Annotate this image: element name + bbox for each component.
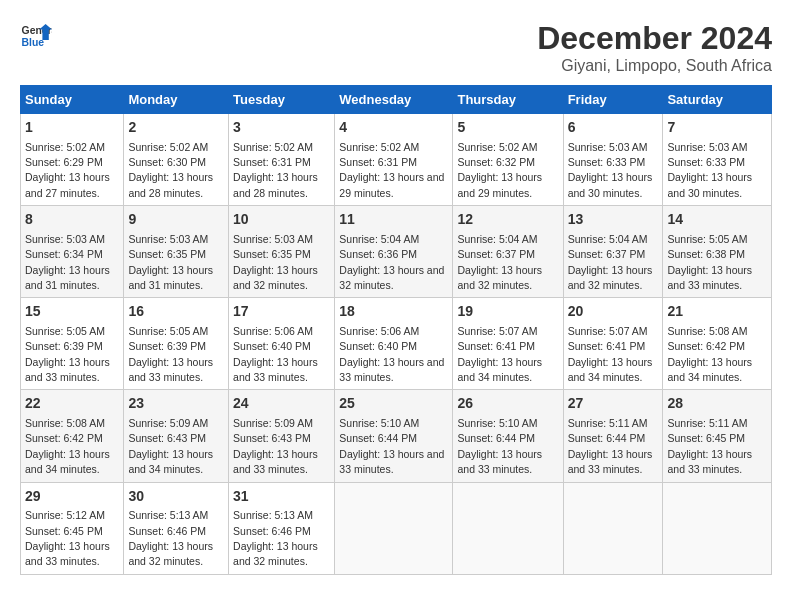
day-cell-14: 14 Sunrise: 5:05 AMSunset: 6:38 PMDaylig… <box>663 206 772 298</box>
day-info: Sunrise: 5:04 AMSunset: 6:37 PMDaylight:… <box>457 233 542 291</box>
day-number: 4 <box>339 118 448 138</box>
header-cell-wednesday: Wednesday <box>335 86 453 114</box>
day-number: 27 <box>568 394 659 414</box>
header: General Blue December 2024 Giyani, Limpo… <box>20 20 772 75</box>
day-info: Sunrise: 5:08 AMSunset: 6:42 PMDaylight:… <box>667 325 752 383</box>
day-info: Sunrise: 5:13 AMSunset: 6:46 PMDaylight:… <box>233 509 318 567</box>
day-cell-4: 4 Sunrise: 5:02 AMSunset: 6:31 PMDayligh… <box>335 114 453 206</box>
day-cell-8: 8 Sunrise: 5:03 AMSunset: 6:34 PMDayligh… <box>21 206 124 298</box>
day-info: Sunrise: 5:11 AMSunset: 6:45 PMDaylight:… <box>667 417 752 475</box>
day-info: Sunrise: 5:09 AMSunset: 6:43 PMDaylight:… <box>233 417 318 475</box>
day-cell-23: 23 Sunrise: 5:09 AMSunset: 6:43 PMDaylig… <box>124 390 229 482</box>
day-number: 19 <box>457 302 558 322</box>
day-cell-15: 15 Sunrise: 5:05 AMSunset: 6:39 PMDaylig… <box>21 298 124 390</box>
day-number: 22 <box>25 394 119 414</box>
week-row-2: 8 Sunrise: 5:03 AMSunset: 6:34 PMDayligh… <box>21 206 772 298</box>
day-cell-30: 30 Sunrise: 5:13 AMSunset: 6:46 PMDaylig… <box>124 482 229 574</box>
day-number: 7 <box>667 118 767 138</box>
day-cell-29: 29 Sunrise: 5:12 AMSunset: 6:45 PMDaylig… <box>21 482 124 574</box>
header-cell-monday: Monday <box>124 86 229 114</box>
day-cell-18: 18 Sunrise: 5:06 AMSunset: 6:40 PMDaylig… <box>335 298 453 390</box>
day-cell-10: 10 Sunrise: 5:03 AMSunset: 6:35 PMDaylig… <box>229 206 335 298</box>
day-info: Sunrise: 5:12 AMSunset: 6:45 PMDaylight:… <box>25 509 110 567</box>
day-number: 23 <box>128 394 224 414</box>
day-cell-5: 5 Sunrise: 5:02 AMSunset: 6:32 PMDayligh… <box>453 114 563 206</box>
day-cell-20: 20 Sunrise: 5:07 AMSunset: 6:41 PMDaylig… <box>563 298 663 390</box>
day-number: 1 <box>25 118 119 138</box>
day-number: 6 <box>568 118 659 138</box>
day-cell-26: 26 Sunrise: 5:10 AMSunset: 6:44 PMDaylig… <box>453 390 563 482</box>
svg-text:Blue: Blue <box>22 37 45 48</box>
day-number: 3 <box>233 118 330 138</box>
day-info: Sunrise: 5:02 AMSunset: 6:31 PMDaylight:… <box>233 141 318 199</box>
day-cell-22: 22 Sunrise: 5:08 AMSunset: 6:42 PMDaylig… <box>21 390 124 482</box>
day-info: Sunrise: 5:07 AMSunset: 6:41 PMDaylight:… <box>457 325 542 383</box>
header-cell-saturday: Saturday <box>663 86 772 114</box>
day-info: Sunrise: 5:07 AMSunset: 6:41 PMDaylight:… <box>568 325 653 383</box>
day-info: Sunrise: 5:13 AMSunset: 6:46 PMDaylight:… <box>128 509 213 567</box>
logo-icon: General Blue <box>20 20 52 52</box>
day-cell-19: 19 Sunrise: 5:07 AMSunset: 6:41 PMDaylig… <box>453 298 563 390</box>
week-row-4: 22 Sunrise: 5:08 AMSunset: 6:42 PMDaylig… <box>21 390 772 482</box>
day-number: 28 <box>667 394 767 414</box>
day-cell-11: 11 Sunrise: 5:04 AMSunset: 6:36 PMDaylig… <box>335 206 453 298</box>
day-info: Sunrise: 5:03 AMSunset: 6:35 PMDaylight:… <box>128 233 213 291</box>
day-cell-16: 16 Sunrise: 5:05 AMSunset: 6:39 PMDaylig… <box>124 298 229 390</box>
empty-cell <box>335 482 453 574</box>
day-cell-2: 2 Sunrise: 5:02 AMSunset: 6:30 PMDayligh… <box>124 114 229 206</box>
day-number: 24 <box>233 394 330 414</box>
logo: General Blue <box>20 20 52 52</box>
day-info: Sunrise: 5:04 AMSunset: 6:36 PMDaylight:… <box>339 233 444 291</box>
day-info: Sunrise: 5:09 AMSunset: 6:43 PMDaylight:… <box>128 417 213 475</box>
calendar-table: SundayMondayTuesdayWednesdayThursdayFrid… <box>20 85 772 575</box>
header-row: SundayMondayTuesdayWednesdayThursdayFrid… <box>21 86 772 114</box>
day-cell-3: 3 Sunrise: 5:02 AMSunset: 6:31 PMDayligh… <box>229 114 335 206</box>
day-cell-31: 31 Sunrise: 5:13 AMSunset: 6:46 PMDaylig… <box>229 482 335 574</box>
week-row-3: 15 Sunrise: 5:05 AMSunset: 6:39 PMDaylig… <box>21 298 772 390</box>
day-number: 13 <box>568 210 659 230</box>
day-info: Sunrise: 5:03 AMSunset: 6:34 PMDaylight:… <box>25 233 110 291</box>
day-number: 8 <box>25 210 119 230</box>
day-info: Sunrise: 5:06 AMSunset: 6:40 PMDaylight:… <box>233 325 318 383</box>
day-info: Sunrise: 5:05 AMSunset: 6:39 PMDaylight:… <box>25 325 110 383</box>
day-info: Sunrise: 5:03 AMSunset: 6:33 PMDaylight:… <box>667 141 752 199</box>
week-row-5: 29 Sunrise: 5:12 AMSunset: 6:45 PMDaylig… <box>21 482 772 574</box>
day-number: 25 <box>339 394 448 414</box>
day-info: Sunrise: 5:02 AMSunset: 6:29 PMDaylight:… <box>25 141 110 199</box>
day-cell-13: 13 Sunrise: 5:04 AMSunset: 6:37 PMDaylig… <box>563 206 663 298</box>
day-number: 20 <box>568 302 659 322</box>
day-info: Sunrise: 5:06 AMSunset: 6:40 PMDaylight:… <box>339 325 444 383</box>
header-cell-friday: Friday <box>563 86 663 114</box>
empty-cell <box>453 482 563 574</box>
day-info: Sunrise: 5:03 AMSunset: 6:35 PMDaylight:… <box>233 233 318 291</box>
day-info: Sunrise: 5:05 AMSunset: 6:39 PMDaylight:… <box>128 325 213 383</box>
day-number: 21 <box>667 302 767 322</box>
day-info: Sunrise: 5:10 AMSunset: 6:44 PMDaylight:… <box>457 417 542 475</box>
day-cell-25: 25 Sunrise: 5:10 AMSunset: 6:44 PMDaylig… <box>335 390 453 482</box>
page-subtitle: Giyani, Limpopo, South Africa <box>537 57 772 75</box>
day-info: Sunrise: 5:10 AMSunset: 6:44 PMDaylight:… <box>339 417 444 475</box>
day-number: 17 <box>233 302 330 322</box>
day-info: Sunrise: 5:08 AMSunset: 6:42 PMDaylight:… <box>25 417 110 475</box>
header-cell-thursday: Thursday <box>453 86 563 114</box>
day-number: 26 <box>457 394 558 414</box>
day-number: 29 <box>25 487 119 507</box>
week-row-1: 1 Sunrise: 5:02 AMSunset: 6:29 PMDayligh… <box>21 114 772 206</box>
header-cell-sunday: Sunday <box>21 86 124 114</box>
day-info: Sunrise: 5:03 AMSunset: 6:33 PMDaylight:… <box>568 141 653 199</box>
empty-cell <box>563 482 663 574</box>
day-info: Sunrise: 5:04 AMSunset: 6:37 PMDaylight:… <box>568 233 653 291</box>
day-cell-7: 7 Sunrise: 5:03 AMSunset: 6:33 PMDayligh… <box>663 114 772 206</box>
day-number: 14 <box>667 210 767 230</box>
day-cell-1: 1 Sunrise: 5:02 AMSunset: 6:29 PMDayligh… <box>21 114 124 206</box>
day-info: Sunrise: 5:05 AMSunset: 6:38 PMDaylight:… <box>667 233 752 291</box>
day-info: Sunrise: 5:02 AMSunset: 6:32 PMDaylight:… <box>457 141 542 199</box>
day-cell-9: 9 Sunrise: 5:03 AMSunset: 6:35 PMDayligh… <box>124 206 229 298</box>
day-number: 18 <box>339 302 448 322</box>
day-cell-28: 28 Sunrise: 5:11 AMSunset: 6:45 PMDaylig… <box>663 390 772 482</box>
day-cell-21: 21 Sunrise: 5:08 AMSunset: 6:42 PMDaylig… <box>663 298 772 390</box>
day-info: Sunrise: 5:11 AMSunset: 6:44 PMDaylight:… <box>568 417 653 475</box>
day-cell-17: 17 Sunrise: 5:06 AMSunset: 6:40 PMDaylig… <box>229 298 335 390</box>
day-number: 5 <box>457 118 558 138</box>
day-number: 9 <box>128 210 224 230</box>
